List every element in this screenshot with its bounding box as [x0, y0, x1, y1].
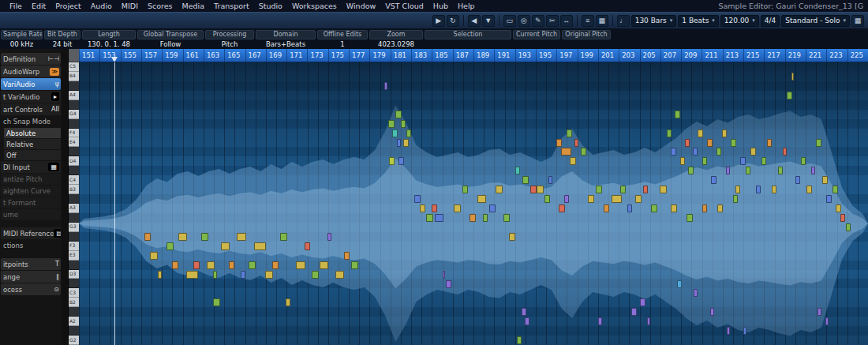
variaudio-segment[interactable]	[401, 120, 406, 128]
variaudio-segment[interactable]	[158, 271, 162, 279]
variaudio-segment[interactable]	[726, 167, 730, 174]
variaudio-segment[interactable]	[733, 195, 739, 203]
variaudio-segment[interactable]	[389, 157, 395, 165]
variaudio-segment[interactable]	[693, 148, 698, 156]
draw-tool-icon[interactable]: ✎	[532, 15, 544, 27]
variaudio-segment[interactable]	[722, 129, 728, 137]
variaudio-segment[interactable]	[414, 195, 421, 203]
inspector-item-snap-relative[interactable]: Relative	[4, 139, 61, 149]
variaudio-segment[interactable]	[201, 233, 208, 241]
variaudio-segment[interactable]	[241, 271, 245, 279]
variaudio-segment[interactable]	[631, 308, 637, 316]
variaudio-segment[interactable]	[756, 186, 761, 193]
edit-variaudio-button[interactable]: ▸	[51, 92, 59, 101]
variaudio-segment[interactable]	[787, 92, 792, 99]
menu-media[interactable]: Media	[178, 2, 210, 10]
variaudio-segment[interactable]	[522, 176, 529, 184]
variaudio-segment[interactable]	[687, 214, 693, 222]
variaudio-segment[interactable]	[702, 157, 708, 165]
project-cursor-handle[interactable]	[111, 57, 118, 62]
variaudio-segment[interactable]	[530, 186, 537, 193]
variaudio-segment[interactable]	[680, 157, 686, 165]
inspector-item-audiowarp[interactable]: AudioWarp≫	[1, 66, 61, 77]
variaudio-segment[interactable]	[221, 242, 230, 250]
variaudio-segment[interactable]	[351, 261, 358, 269]
variaudio-segment[interactable]	[698, 129, 703, 137]
variaudio-segment[interactable]	[767, 139, 771, 147]
global-transpose-value[interactable]: Follow	[137, 40, 204, 49]
quantize-note-icon[interactable]: ♩	[617, 15, 630, 27]
variaudio-segment[interactable]	[640, 298, 646, 306]
variaudio-segment[interactable]	[166, 242, 174, 250]
variaudio-segment[interactable]	[420, 204, 426, 212]
variaudio-segment[interactable]	[384, 82, 387, 90]
midi-reference-icon[interactable]: ▤	[54, 229, 61, 238]
variaudio-segment[interactable]	[811, 167, 815, 174]
variaudio-segment[interactable]	[671, 148, 676, 156]
variaudio-segment[interactable]	[249, 261, 256, 269]
inspector-item-midi-input[interactable]: DI Input▦	[1, 161, 61, 173]
inspector-item-range[interactable]: ange∥	[1, 271, 61, 283]
menu-edit[interactable]: Edit	[27, 2, 51, 10]
variaudio-segment[interactable]	[470, 214, 476, 222]
beats-select[interactable]: 1 Beats▾	[678, 15, 719, 27]
variaudio-segment[interactable]	[229, 261, 235, 269]
variaudio-segment[interactable]	[761, 157, 767, 165]
variaudio-segment[interactable]	[280, 233, 287, 241]
variaudio-segment[interactable]	[432, 204, 437, 212]
variaudio-segment[interactable]	[435, 214, 443, 222]
variaudio-segment[interactable]	[840, 214, 846, 222]
variaudio-segment[interactable]	[265, 271, 274, 279]
variaudio-segment[interactable]	[707, 139, 713, 147]
variaudio-segment[interactable]	[694, 289, 698, 297]
inspector-item-definition[interactable]: Definition⊢⊣	[1, 53, 61, 65]
variaudio-segment[interactable]	[588, 195, 594, 203]
variaudio-segment[interactable]	[596, 186, 602, 193]
timeline-ruler[interactable]: 1511531551571591611631651671691711731751…	[79, 49, 868, 62]
variaudio-segment[interactable]	[671, 204, 677, 212]
variaudio-segment[interactable]	[213, 298, 220, 306]
variaudio-segment[interactable]	[525, 317, 530, 325]
variaudio-segment[interactable]	[598, 317, 602, 325]
bit-depth-value[interactable]: 24 bit	[43, 40, 81, 49]
variaudio-segment[interactable]	[462, 186, 469, 193]
variaudio-segment[interactable]	[635, 195, 642, 203]
menu-project[interactable]: Project	[51, 2, 86, 10]
zoom-tool-icon[interactable]: ◎	[518, 15, 530, 27]
variaudio-segment[interactable]	[677, 280, 683, 288]
variaudio-segment[interactable]	[477, 195, 486, 203]
volume-icon[interactable]: ◀	[468, 15, 481, 27]
variaudio-segment[interactable]	[743, 327, 746, 335]
variaudio-segment[interactable]	[517, 336, 521, 344]
variaudio-segment[interactable]	[556, 139, 562, 147]
variaudio-segment[interactable]	[822, 176, 828, 184]
variaudio-segment[interactable]	[286, 298, 291, 306]
scrub-tool-icon[interactable]: ↔	[560, 15, 573, 27]
offline-edits-value[interactable]: 1	[316, 40, 369, 49]
variaudio-segment[interactable]	[651, 204, 657, 212]
menu-scores[interactable]: Scores	[143, 2, 178, 10]
grid-length-select[interactable]: 130 Bars▾	[631, 15, 677, 27]
inspector-item-functions[interactable]: ctions	[1, 240, 61, 251]
variaudio-segment[interactable]	[783, 148, 787, 156]
zoom-value[interactable]: 4023.0298	[369, 40, 424, 49]
variaudio-segment[interactable]	[544, 195, 551, 203]
variaudio-segment[interactable]	[509, 233, 515, 241]
variaudio-segment[interactable]	[344, 252, 350, 260]
variaudio-segment[interactable]	[537, 186, 544, 193]
sample-rate-value[interactable]: 00 kHz	[0, 40, 43, 49]
variaudio-segment[interactable]	[778, 167, 784, 174]
variaudio-segment[interactable]	[612, 195, 622, 203]
variaudio-segment[interactable]	[570, 157, 576, 165]
variaudio-segment[interactable]	[801, 157, 806, 165]
variaudio-segment[interactable]	[564, 195, 570, 203]
variaudio-segment[interactable]	[503, 214, 510, 222]
variaudio-segment[interactable]	[727, 327, 730, 335]
domain-value[interactable]: Bars+Beats	[255, 40, 316, 49]
variaudio-segment[interactable]	[213, 271, 217, 279]
variaudio-segment[interactable]	[711, 176, 716, 184]
variaudio-segment[interactable]	[454, 204, 461, 212]
inspector-item-edit-variaudio[interactable]: t VariAudio▸	[1, 91, 61, 103]
variaudio-segment[interactable]	[688, 167, 694, 174]
variaudio-segment[interactable]	[144, 233, 151, 241]
